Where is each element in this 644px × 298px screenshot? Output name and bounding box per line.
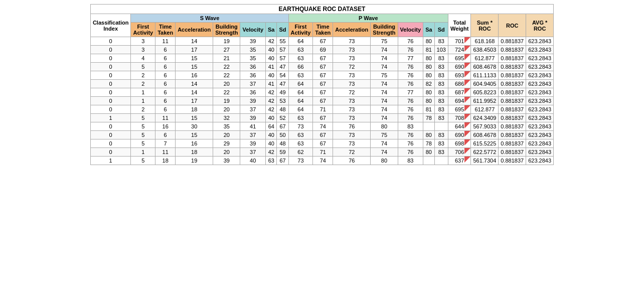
- sum-roc-cell: 567.9033: [471, 122, 499, 131]
- p-wave-cell: [434, 122, 448, 131]
- p-wave-cell: 76: [398, 114, 423, 122]
- avg-roc-cell: 623.2843: [526, 105, 554, 114]
- s-wave-cell: 14: [176, 37, 213, 46]
- roc-cell: 0.881837: [499, 63, 526, 71]
- sum-roc-cell: 618.168: [471, 37, 499, 46]
- s-wave-cell: 57: [277, 46, 288, 54]
- avg-roc-cell: 623.2843: [526, 148, 554, 157]
- s-wave-cell: 19: [213, 37, 240, 46]
- s-wave-cell: 39: [240, 37, 266, 46]
- s-wave-cell: 20: [213, 105, 240, 114]
- table-row: 026182037424864717374768183695612.8770.8…: [90, 105, 553, 114]
- roc-cell: 0.881837: [499, 71, 526, 80]
- class-index-cell: 1: [90, 114, 131, 122]
- sum-roc-cell: 608.4678: [471, 131, 499, 139]
- p-wave-cell: 73: [333, 46, 371, 54]
- p-wave-cell: 73: [288, 122, 313, 131]
- roc-cell: 0.881837: [499, 114, 526, 122]
- s-wave-cell: 55: [277, 37, 288, 46]
- p-wave-cell: 63: [288, 54, 313, 63]
- flag-icon: [464, 46, 470, 52]
- table-row: 1511153239405263677374767883708624.34090…: [90, 114, 553, 122]
- p-wave-cell: 72: [333, 148, 371, 157]
- roc-cell: 0.881837: [499, 122, 526, 131]
- s-wave-cell: 2: [131, 105, 155, 114]
- s-wave-cell: 15: [176, 114, 213, 122]
- s-wave-cell: 6: [155, 80, 176, 88]
- p-wave-cell: 83: [434, 114, 448, 122]
- p-wave-cell: 71: [313, 105, 333, 114]
- s-wave-cell: 6: [155, 105, 176, 114]
- p-sd-header: Sd: [434, 23, 448, 37]
- s-wave-cell: 5: [131, 131, 155, 139]
- s-wave-cell: 42: [266, 105, 277, 114]
- s-wave-cell: 67: [277, 122, 288, 131]
- p-wave-cell: 74: [371, 97, 398, 105]
- class-index-cell: 0: [90, 63, 131, 71]
- s-wave-cell: 1: [131, 97, 155, 105]
- avg-roc-cell: 623.2843: [526, 71, 554, 80]
- s-wave-cell: 14: [176, 80, 213, 88]
- p-wave-cell: 73: [333, 37, 371, 46]
- p-wave-cell: 76: [398, 148, 423, 157]
- s-first-activity-header: FirstActivity: [131, 23, 155, 37]
- s-wave-cell: 3: [131, 46, 155, 54]
- p-wave-cell: 83: [434, 54, 448, 63]
- s-wave-cell: 1: [131, 148, 155, 157]
- avg-roc-cell: 623.2843: [526, 63, 554, 71]
- p-wave-cell: [434, 157, 448, 165]
- s-time-taken-header: TimeTaken: [155, 23, 176, 37]
- s-wave-cell: 11: [155, 114, 176, 122]
- s-wave-cell: 6: [155, 46, 176, 54]
- s-wave-cell: 41: [266, 80, 277, 88]
- s-wave-cell: 36: [240, 71, 266, 80]
- p-velocity-header: Velocity: [398, 23, 423, 37]
- total-weight-cell: 695: [448, 105, 470, 114]
- class-index-header: ClassificationIndex: [90, 14, 131, 37]
- p-wave-cell: 80: [423, 131, 434, 139]
- roc-header: ROC: [499, 14, 526, 37]
- flag-icon: [464, 148, 470, 154]
- flag-icon: [464, 114, 470, 120]
- class-index-cell: 0: [90, 71, 131, 80]
- s-wave-cell: 5: [131, 139, 155, 148]
- table-row: 057162939404863677374767883698615.52250.…: [90, 139, 553, 148]
- flag-icon: [464, 157, 470, 163]
- table-row: 026142037414764677374768283686604.94050.…: [90, 80, 553, 88]
- p-wave-cell: 74: [371, 139, 398, 148]
- s-wave-cell: 36: [240, 63, 266, 71]
- p-wave-cell: 83: [434, 88, 448, 97]
- roc-cell: 0.881837: [499, 54, 526, 63]
- p-wave-cell: 74: [313, 122, 333, 131]
- p-wave-cell: 76: [398, 80, 423, 88]
- p-wave-cell: 67: [313, 63, 333, 71]
- s-sd-header: Sd: [277, 23, 288, 37]
- s-wave-cell: 40: [266, 114, 277, 122]
- s-wave-cell: 50: [277, 131, 288, 139]
- total-weight-header: TotalWeight: [448, 14, 470, 37]
- table-row: 056152236414766677274768083690608.46780.…: [90, 63, 553, 71]
- p-wave-cell: 63: [288, 114, 313, 122]
- p-first-activity-header: FirstActivity: [288, 23, 313, 37]
- avg-roc-cell: 623.2843: [526, 114, 554, 122]
- s-wave-cell: 22: [213, 63, 240, 71]
- roc-cell: 0.881837: [499, 139, 526, 148]
- s-wave-cell: 4: [131, 54, 155, 63]
- p-wave-cell: 74: [371, 114, 398, 122]
- s-wave-cell: 2: [131, 71, 155, 80]
- p-wave-cell: 67: [313, 97, 333, 105]
- s-wave-cell: 5: [131, 157, 155, 165]
- roc-cell: 0.881837: [499, 80, 526, 88]
- s-wave-cell: 36: [240, 88, 266, 97]
- sum-roc-cell: 612.877: [471, 54, 499, 63]
- s-wave-cell: 37: [240, 80, 266, 88]
- s-wave-cell: 37: [240, 105, 266, 114]
- class-index-cell: 1: [90, 157, 131, 165]
- sum-roc-cell: 605.8223: [471, 88, 499, 97]
- p-wave-cell: 83: [434, 80, 448, 88]
- class-index-cell: 0: [90, 54, 131, 63]
- sum-roc-cell: 624.3409: [471, 114, 499, 122]
- p-wave-cell: 83: [434, 105, 448, 114]
- s-wave-cell: 7: [155, 139, 176, 148]
- flag-icon: [464, 139, 470, 145]
